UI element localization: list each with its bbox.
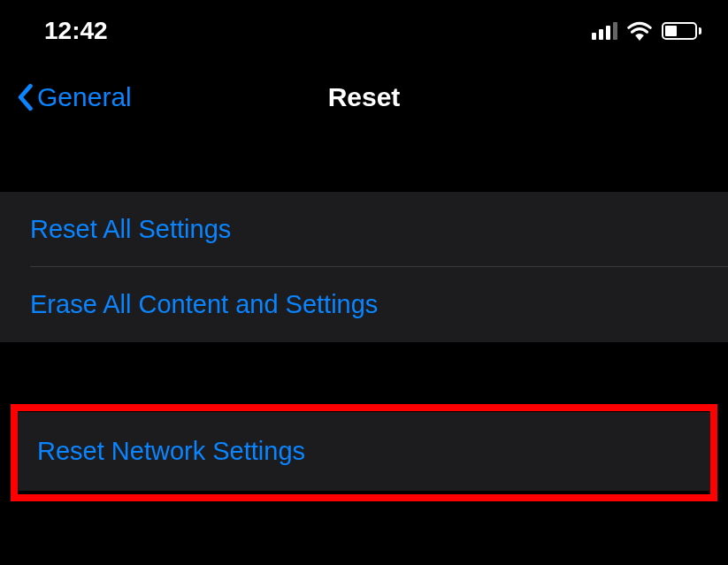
page-title: Reset bbox=[328, 82, 401, 112]
chevron-left-icon bbox=[16, 83, 34, 111]
back-button[interactable]: General bbox=[16, 82, 132, 112]
navigation-bar: General Reset bbox=[0, 62, 728, 133]
content-area: Reset All Settings Erase All Content and… bbox=[0, 133, 728, 501]
status-bar: 12:42 bbox=[0, 0, 728, 62]
battery-icon bbox=[662, 22, 701, 40]
wifi-icon bbox=[626, 21, 653, 41]
erase-all-content-item[interactable]: Erase All Content and Settings bbox=[0, 267, 728, 342]
status-time: 12:42 bbox=[44, 17, 108, 45]
status-icons bbox=[592, 21, 701, 41]
settings-group-2: Reset Network Settings bbox=[18, 412, 710, 491]
cellular-signal-icon bbox=[592, 22, 617, 40]
reset-all-settings-item[interactable]: Reset All Settings bbox=[0, 192, 728, 267]
back-label: General bbox=[37, 82, 132, 112]
reset-network-settings-item[interactable]: Reset Network Settings bbox=[18, 412, 710, 491]
settings-group-1: Reset All Settings Erase All Content and… bbox=[0, 192, 728, 342]
highlight-annotation: Reset Network Settings bbox=[11, 404, 717, 501]
